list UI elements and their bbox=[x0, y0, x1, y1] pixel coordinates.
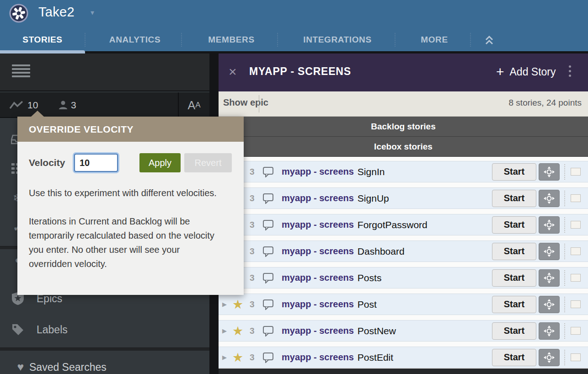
story-points: 3 bbox=[250, 193, 256, 203]
drag-handle-button[interactable] bbox=[539, 216, 560, 234]
tab-members[interactable]: MEMBERS bbox=[208, 35, 254, 45]
panel-menu-kebab-icon[interactable] bbox=[569, 65, 572, 79]
story-row: ▶ ★ 3 myapp - screens PostNew Start bbox=[219, 320, 588, 342]
person-icon bbox=[58, 100, 69, 111]
project-name[interactable]: Take2 bbox=[38, 5, 75, 20]
expand-triangle-icon[interactable]: ▶ bbox=[222, 354, 229, 361]
row-dotted-separator bbox=[564, 217, 565, 233]
comment-bubble-icon bbox=[262, 246, 274, 257]
star-icon[interactable]: ★ bbox=[232, 351, 246, 364]
story-row: ▶ ★ 3 myapp - screens Post Start bbox=[219, 294, 588, 315]
show-epic-separator bbox=[259, 95, 259, 112]
drag-handle-button[interactable] bbox=[539, 296, 560, 313]
tab-separator bbox=[470, 33, 471, 47]
sidebar-item-labels[interactable]: Labels bbox=[0, 322, 209, 337]
story-epic-label[interactable]: myapp - screens bbox=[282, 193, 354, 203]
tracker-logo-icon[interactable] bbox=[9, 4, 28, 23]
plus-icon: + bbox=[496, 64, 504, 80]
story-epic-label[interactable]: myapp - screens bbox=[282, 219, 354, 230]
start-button[interactable]: Start bbox=[492, 243, 536, 260]
story-epic-label[interactable]: myapp - screens bbox=[282, 246, 354, 256]
drag-handle-button[interactable] bbox=[539, 269, 560, 287]
apply-button[interactable]: Apply bbox=[139, 153, 181, 172]
story-title[interactable]: Post bbox=[358, 299, 377, 310]
tab-integrations[interactable]: INTEGRATIONS bbox=[303, 35, 371, 45]
move-crosshair-icon bbox=[544, 193, 555, 204]
star-icon[interactable]: ★ bbox=[232, 324, 246, 338]
story-epic-label[interactable]: myapp - screens bbox=[282, 166, 354, 177]
section-label: Icebox stories bbox=[374, 142, 433, 152]
start-button[interactable]: Start bbox=[492, 296, 536, 313]
story-epic-label[interactable]: myapp - screens bbox=[282, 272, 354, 283]
drag-handle-button[interactable] bbox=[539, 163, 560, 181]
velocity-input[interactable] bbox=[74, 154, 118, 172]
close-panel-icon[interactable]: × bbox=[229, 64, 237, 79]
popover-caret bbox=[31, 111, 44, 117]
story-row: ▶ ★ 3 myapp - screens Dashboard Start bbox=[219, 240, 588, 262]
tab-analytics[interactable]: ANALYTICS bbox=[109, 35, 160, 45]
drag-handle-button[interactable] bbox=[539, 190, 560, 207]
story-checkbox[interactable] bbox=[571, 353, 581, 361]
comment-bubble-icon bbox=[262, 299, 274, 310]
velocity-zigzag-icon bbox=[9, 100, 24, 110]
story-checkbox[interactable] bbox=[571, 327, 581, 335]
story-title[interactable]: PostNew bbox=[358, 326, 396, 337]
add-story-label: Add Story bbox=[510, 66, 556, 78]
drag-handle-button[interactable] bbox=[539, 322, 560, 340]
story-points: 3 bbox=[250, 220, 256, 230]
story-points: 3 bbox=[250, 326, 256, 336]
story-panel: × MYAPP - SCREENS + Add Story Show epic … bbox=[219, 53, 588, 374]
project-dropdown-caret-icon[interactable]: ▾ bbox=[91, 8, 94, 17]
story-title[interactable]: Dashboard bbox=[358, 246, 405, 257]
start-button[interactable]: Start bbox=[492, 322, 536, 340]
hamburger-menu-icon[interactable] bbox=[12, 64, 30, 80]
start-button[interactable]: Start bbox=[492, 190, 536, 207]
start-button[interactable]: Start bbox=[492, 349, 536, 366]
show-epic-button[interactable]: Show epic bbox=[223, 97, 268, 108]
drag-handle-button[interactable] bbox=[539, 243, 560, 260]
story-checkbox[interactable] bbox=[571, 221, 581, 229]
story-title[interactable]: ForgotPassword bbox=[358, 219, 428, 230]
story-title[interactable]: PostEdit bbox=[358, 352, 393, 363]
move-crosshair-icon bbox=[544, 246, 555, 257]
comment-bubble-icon bbox=[262, 272, 274, 283]
story-checkbox[interactable] bbox=[571, 300, 581, 308]
drag-handle-button[interactable] bbox=[539, 349, 560, 366]
collapse-nav-double-chevron-up-icon[interactable] bbox=[484, 35, 495, 46]
story-title[interactable]: Posts bbox=[358, 272, 382, 283]
star-icon[interactable]: ★ bbox=[232, 298, 246, 311]
story-epic-label[interactable]: myapp - screens bbox=[282, 352, 354, 363]
revert-button[interactable]: Revert bbox=[184, 153, 232, 172]
add-story-button[interactable]: + Add Story bbox=[496, 64, 556, 80]
start-button[interactable]: Start bbox=[492, 216, 536, 234]
tab-more[interactable]: MORE bbox=[421, 35, 448, 45]
story-points: 3 bbox=[250, 299, 256, 310]
story-checkbox[interactable] bbox=[571, 194, 581, 202]
members-indicator[interactable]: 3 bbox=[58, 97, 76, 113]
text-size-large-label: A bbox=[187, 99, 195, 112]
app-header: Take2 ▾ STORIES ANALYTICS MEMBERS INTEGR… bbox=[0, 0, 588, 51]
story-checkbox[interactable] bbox=[571, 168, 581, 176]
row-dotted-separator bbox=[564, 270, 565, 286]
popover-description-1: Use this to experiment with different ve… bbox=[29, 186, 223, 200]
section-header-icebox[interactable]: Icebox stories bbox=[219, 137, 588, 157]
start-button[interactable]: Start bbox=[492, 269, 536, 287]
story-checkbox[interactable] bbox=[571, 247, 581, 255]
expand-triangle-icon[interactable]: ▶ bbox=[222, 327, 229, 334]
sidebar-item-saved-searches[interactable]: ♥ Saved Searches bbox=[0, 359, 209, 374]
section-header-backlog[interactable]: Backlog stories bbox=[219, 117, 588, 137]
story-title[interactable]: SignUp bbox=[358, 193, 389, 204]
popover-description-2: Iterations in Current and Backlog will b… bbox=[29, 214, 223, 271]
text-size-control[interactable]: AA bbox=[178, 92, 209, 118]
row-dotted-separator bbox=[564, 297, 565, 312]
start-button[interactable]: Start bbox=[492, 163, 536, 181]
story-epic-label[interactable]: myapp - screens bbox=[282, 299, 354, 310]
move-crosshair-icon bbox=[544, 299, 555, 310]
tab-stories[interactable]: STORIES bbox=[22, 35, 62, 45]
story-checkbox[interactable] bbox=[571, 274, 581, 282]
panel-header: × MYAPP - SCREENS + Add Story bbox=[219, 53, 588, 91]
story-title[interactable]: SignIn bbox=[358, 166, 385, 177]
move-crosshair-icon bbox=[544, 326, 555, 337]
story-epic-label[interactable]: myapp - screens bbox=[282, 326, 354, 336]
expand-triangle-icon[interactable]: ▶ bbox=[222, 301, 229, 308]
